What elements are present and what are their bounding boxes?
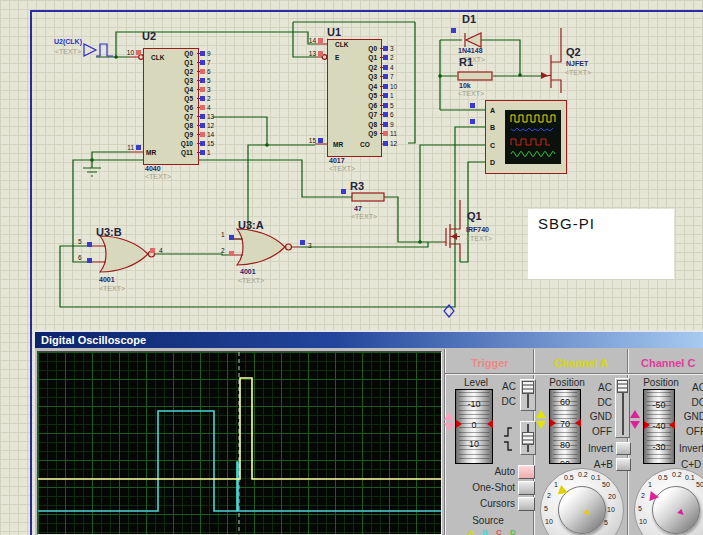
channel-a-gnd: GND bbox=[584, 411, 612, 422]
auto-label: Auto bbox=[480, 466, 515, 477]
slider-pointer-left[interactable] bbox=[456, 420, 462, 428]
dial-label: 0.5 bbox=[564, 474, 574, 481]
position-down-arrow[interactable] bbox=[536, 421, 546, 429]
source-label: Source bbox=[458, 515, 518, 526]
dial-label: 0.2 bbox=[672, 471, 682, 478]
tick-label: 60 bbox=[550, 397, 580, 407]
source-c[interactable]: C bbox=[496, 528, 502, 535]
channel-c-gnd: GND bbox=[678, 411, 703, 422]
dial-label: 1 bbox=[554, 481, 558, 488]
channel-a-panel-title: Channel A bbox=[535, 357, 627, 369]
slider-pointer-right[interactable] bbox=[575, 419, 581, 427]
channel-a-dc: DC bbox=[590, 397, 612, 408]
dial-label: 10 bbox=[639, 518, 647, 525]
position-down-arrow[interactable] bbox=[630, 421, 640, 429]
dial-label: 50 bbox=[696, 481, 703, 488]
channel-a-sum-label: A+B bbox=[589, 459, 613, 470]
dial-label: 0.5 bbox=[658, 474, 668, 481]
source-b[interactable]: B bbox=[482, 528, 488, 535]
channel-a-ac: AC bbox=[590, 382, 612, 393]
cursors-button[interactable] bbox=[518, 497, 535, 511]
one-shot-label: One-Shot bbox=[458, 482, 515, 493]
channel-a-invert-button[interactable] bbox=[616, 442, 631, 455]
dial-pointer bbox=[649, 491, 664, 503]
tick-label: 90 bbox=[550, 459, 580, 464]
channel-c-invert-label: Invert bbox=[679, 443, 703, 454]
channel-c-panel-title: Channel C bbox=[641, 357, 703, 369]
dial-label: 0.2 bbox=[578, 471, 588, 478]
slider-pointer-right[interactable] bbox=[669, 421, 675, 429]
dial-label: 2 bbox=[547, 492, 551, 499]
channel-c-dc: DC bbox=[684, 397, 703, 408]
channel-a-position-label: Position bbox=[545, 377, 589, 388]
tick-label: 80 bbox=[550, 440, 580, 450]
dial-label: 5 bbox=[604, 519, 608, 526]
tick-label: -50 bbox=[644, 400, 674, 410]
position-up-arrow[interactable] bbox=[630, 410, 640, 418]
dial-label: 1 bbox=[648, 481, 652, 488]
source-d[interactable]: D bbox=[510, 528, 516, 535]
channel-a-coupling-switch[interactable] bbox=[615, 378, 630, 438]
slider-pointer-right[interactable] bbox=[487, 420, 493, 428]
channel-a-off: OFF bbox=[590, 426, 612, 437]
channel-c-ac: AC bbox=[684, 382, 703, 393]
trigger-edge-icons bbox=[0, 0, 703, 535]
slider-pointer-left[interactable] bbox=[644, 421, 650, 429]
dial-label: 0.1 bbox=[591, 474, 601, 481]
dial-label: 2 bbox=[641, 492, 645, 499]
cursors-label: Cursors bbox=[465, 498, 515, 509]
trigger-source-channels[interactable]: A B C D bbox=[468, 528, 522, 535]
one-shot-button[interactable] bbox=[518, 481, 535, 495]
dial-label: 5 bbox=[638, 505, 642, 512]
slider-pointer-left[interactable] bbox=[550, 419, 556, 427]
dial-label: 0.1 bbox=[685, 474, 695, 481]
channel-c-position-label: Position bbox=[639, 377, 683, 388]
dial-label: 50 bbox=[602, 481, 610, 488]
position-up-arrow[interactable] bbox=[536, 410, 546, 418]
auto-button[interactable] bbox=[518, 465, 535, 479]
tick-label: -30 bbox=[644, 442, 674, 452]
trigger-edge-switch[interactable] bbox=[520, 421, 536, 455]
channel-a-sum-button[interactable] bbox=[616, 458, 631, 471]
channel-c-off: OFF bbox=[684, 426, 703, 437]
dial-label: 5 bbox=[544, 505, 548, 512]
proteus-workspace: U2 4040 <TEXT> CLK MR 10 11 Q0Q1Q2Q3Q4Q5… bbox=[0, 0, 703, 535]
channel-a-invert-label: Invert bbox=[585, 443, 613, 454]
dial-label: 20 bbox=[608, 493, 616, 500]
dial-label: 10 bbox=[607, 506, 615, 513]
source-a[interactable]: A bbox=[468, 528, 474, 535]
dial-label: 10 bbox=[545, 518, 553, 525]
